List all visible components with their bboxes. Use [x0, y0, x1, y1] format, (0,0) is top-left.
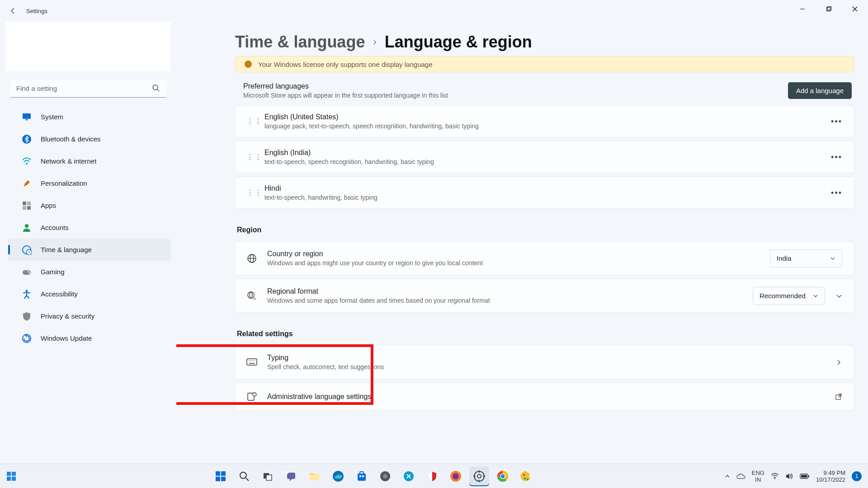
more-button[interactable]: ••• — [831, 117, 842, 126]
svg-rect-57 — [362, 475, 364, 477]
expand-button[interactable] — [836, 293, 842, 299]
user-card[interactable] — [5, 22, 171, 71]
settings-button[interactable] — [469, 466, 489, 486]
country-title: Country or region — [267, 250, 483, 258]
more-button[interactable]: ••• — [831, 152, 842, 162]
more-button[interactable]: ••• — [831, 188, 842, 197]
globe-format-icon: A — [246, 291, 257, 301]
breadcrumb-parent[interactable]: Time & language — [235, 33, 365, 52]
sidebar-item-label: Personalization — [41, 179, 87, 187]
explorer-button[interactable] — [305, 466, 325, 486]
close-button[interactable] — [842, 0, 868, 18]
svg-rect-56 — [359, 475, 361, 477]
region-label: Region — [237, 226, 854, 234]
country-dropdown[interactable]: India — [770, 249, 842, 267]
svg-point-5 — [153, 85, 158, 90]
svg-point-51 — [286, 471, 288, 474]
sidebar-item-network-internet[interactable]: Network & internet — [8, 150, 171, 172]
admin-icon — [246, 391, 257, 402]
svg-text:A: A — [253, 296, 256, 301]
svg-point-63 — [474, 471, 484, 481]
sidebar-item-bluetooth-devices[interactable]: Bluetooth & devices — [8, 128, 171, 150]
chat-icon — [286, 471, 297, 482]
format-sub: Windows and some apps format dates and t… — [267, 297, 490, 304]
start-button[interactable] — [211, 466, 231, 486]
search-input[interactable] — [10, 80, 166, 98]
volume-icon[interactable] — [785, 473, 793, 480]
admin-lang-row[interactable]: Administrative language settings — [235, 383, 854, 411]
svg-point-64 — [477, 474, 481, 478]
svg-rect-44 — [216, 477, 220, 481]
minimize-button[interactable] — [789, 0, 816, 18]
drag-handle-icon[interactable]: ⋮⋮ — [246, 117, 255, 126]
svg-rect-54 — [358, 474, 366, 481]
firefox-button[interactable] — [446, 466, 466, 486]
format-dropdown[interactable]: Recommended — [753, 287, 825, 305]
svg-rect-39 — [12, 472, 16, 476]
battery-icon[interactable] — [800, 474, 810, 479]
app-icon — [403, 471, 414, 482]
drag-handle-icon[interactable]: ⋮⋮ — [246, 188, 255, 197]
titlebar: Settings — [0, 0, 868, 22]
sidebar-item-accessibility[interactable]: Accessibility — [8, 283, 171, 305]
app-2[interactable] — [399, 466, 419, 486]
svg-line-47 — [246, 478, 249, 481]
typing-row[interactable]: Typing Spell check, autocorrect, text su… — [235, 345, 854, 379]
widgets-button[interactable] — [0, 471, 23, 482]
language-item[interactable]: ⋮⋮English (United States)language pack, … — [235, 105, 854, 137]
wifi-icon[interactable] — [771, 473, 779, 479]
add-language-button[interactable]: Add a language — [788, 82, 852, 99]
svg-point-74 — [523, 474, 525, 476]
sidebar-item-label: Network & internet — [41, 157, 96, 165]
country-region-row[interactable]: Country or region Windows and apps might… — [235, 241, 854, 275]
store-icon — [356, 471, 367, 482]
language-item[interactable]: ⋮⋮Hinditext-to-speech, handwriting, basi… — [235, 177, 854, 209]
paint-button[interactable] — [516, 466, 536, 486]
onedrive-icon[interactable] — [736, 473, 745, 479]
windows-icon — [215, 470, 226, 482]
sidebar-item-gaming[interactable]: Gaming — [8, 261, 171, 283]
sidebar-item-apps[interactable]: Apps — [8, 194, 171, 216]
chevron-right-icon: › — [373, 36, 376, 48]
chat-button[interactable] — [281, 466, 301, 486]
sidebar-item-privacy-security[interactable]: Privacy & security — [8, 305, 171, 327]
notification-badge[interactable]: 1 — [852, 471, 862, 481]
language-item[interactable]: ⋮⋮English (India)text-to-speech, speech … — [235, 141, 854, 173]
search-button[interactable] — [234, 466, 254, 486]
sidebar-item-time-language[interactable]: Time & language — [8, 239, 171, 261]
store-button[interactable] — [352, 466, 372, 486]
search-icon — [152, 84, 160, 92]
sidebar: SystemBluetooth & devicesNetwork & inter… — [0, 22, 176, 464]
maximize-button[interactable] — [816, 0, 842, 18]
svg-point-15 — [25, 224, 28, 228]
app-1[interactable] — [375, 466, 395, 486]
sidebar-item-label: Time & language — [41, 246, 92, 253]
taskview-button[interactable] — [258, 466, 278, 486]
language-indicator[interactable]: ENG IN — [752, 469, 764, 483]
firefox-icon — [450, 470, 462, 482]
tray-chevron[interactable] — [725, 474, 730, 479]
license-banner: Your Windows license only supports one d… — [235, 56, 854, 72]
sidebar-item-system[interactable]: System — [8, 106, 171, 128]
app-3[interactable] — [422, 466, 442, 486]
sidebar-item-personalization[interactable]: Personalization — [8, 172, 171, 194]
person-icon — [22, 223, 32, 233]
chrome-button[interactable] — [493, 466, 513, 486]
back-button[interactable] — [8, 6, 18, 16]
svg-rect-8 — [25, 119, 28, 120]
sidebar-item-accounts[interactable]: Accounts — [8, 216, 171, 239]
language-name: English (United States) — [264, 113, 479, 121]
svg-point-62 — [453, 473, 459, 479]
shield-icon — [22, 311, 32, 321]
sidebar-item-windows-update[interactable]: Windows Update — [8, 327, 171, 349]
svg-point-20 — [29, 272, 30, 273]
chevron-right-icon — [836, 359, 841, 366]
system-tray: ENG IN 9:49 PM 10/17/2022 1 — [725, 469, 868, 483]
regional-format-row[interactable]: A Regional format Windows and some apps … — [235, 279, 854, 313]
edge-button[interactable] — [328, 466, 348, 486]
svg-rect-80 — [801, 475, 807, 478]
clock[interactable]: 9:49 PM 10/17/2022 — [816, 469, 845, 483]
taskview-icon — [262, 471, 273, 482]
drag-handle-icon[interactable]: ⋮⋮ — [246, 153, 255, 161]
svg-point-36 — [253, 393, 256, 396]
